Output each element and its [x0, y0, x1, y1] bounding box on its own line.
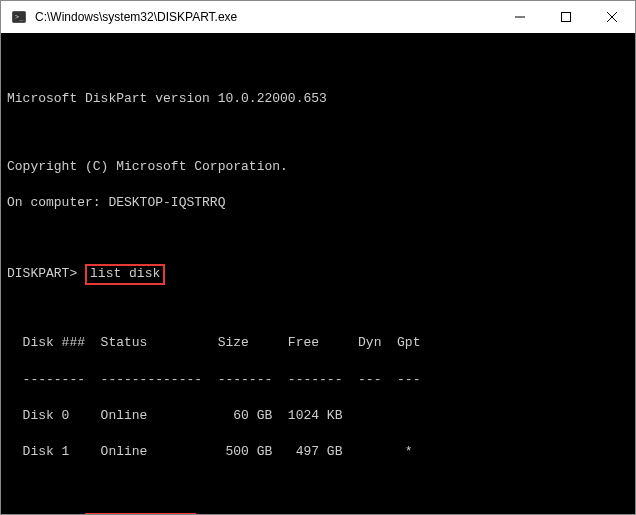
terminal-output[interactable]: Microsoft DiskPart version 10.0.22000.65… [1, 33, 635, 514]
minimize-button[interactable] [497, 1, 543, 33]
prompt: DISKPART> [7, 266, 77, 281]
disk-table-header: Disk ### Status Size Free Dyn Gpt [7, 334, 629, 352]
svg-text:>_: >_ [15, 13, 24, 21]
prompt-line-1: DISKPART> list disk [7, 264, 629, 285]
svg-rect-3 [562, 13, 571, 22]
window-title: C:\Windows\system32\DISKPART.exe [35, 10, 497, 24]
window: >_ C:\Windows\system32\DISKPART.exe Micr… [0, 0, 636, 515]
command-select-disk: select disk 1 [85, 513, 196, 514]
version-line: Microsoft DiskPart version 10.0.22000.65… [7, 90, 629, 108]
disk-table-divider: -------- ------------- ------- ------- -… [7, 371, 629, 389]
disk-row: Disk 0 Online 60 GB 1024 KB [7, 407, 629, 425]
window-controls [497, 1, 635, 33]
disk-row: Disk 1 Online 500 GB 497 GB * [7, 443, 629, 461]
copyright-line: Copyright (C) Microsoft Corporation. [7, 158, 629, 176]
titlebar[interactable]: >_ C:\Windows\system32\DISKPART.exe [1, 1, 635, 33]
close-button[interactable] [589, 1, 635, 33]
computer-line: On computer: DESKTOP-IQSTRRQ [7, 194, 629, 212]
maximize-button[interactable] [543, 1, 589, 33]
app-icon: >_ [11, 9, 27, 25]
prompt-line-2: DISKPART> select disk 1 [7, 513, 629, 514]
command-list-disk: list disk [85, 264, 165, 285]
